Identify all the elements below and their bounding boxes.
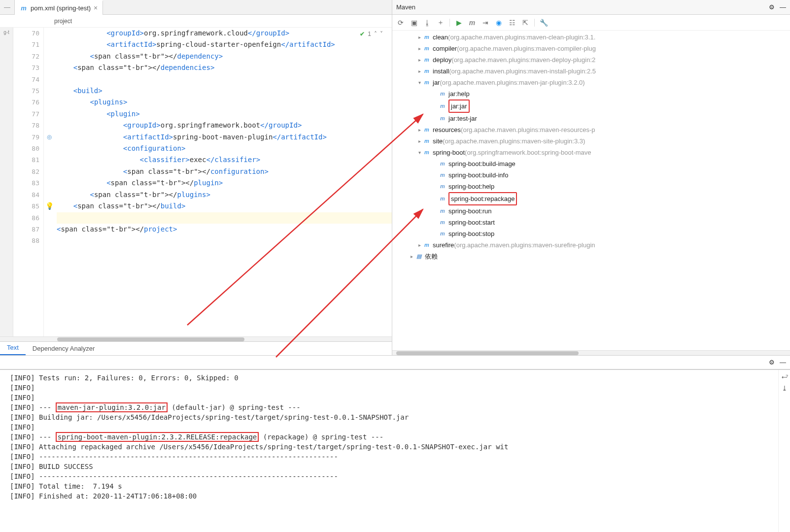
console-side-toolbar: ⮐ ⤓	[778, 370, 790, 532]
maven-tree-node[interactable]: ▸msite (org.apache.maven.plugins:maven-s…	[392, 135, 790, 147]
minimize-icon[interactable]: —	[780, 3, 786, 11]
maven-tree-node[interactable]: mjar:jar	[392, 100, 790, 113]
maven-tree-node[interactable]: ▸▤依赖	[392, 251, 790, 262]
toggle-offline-icon[interactable]: ◉	[494, 18, 503, 27]
maven-tree-node[interactable]: mspring-boot:run	[392, 205, 790, 217]
execute-goal-icon[interactable]: m	[468, 18, 477, 27]
maven-file-icon: m	[20, 4, 28, 12]
download-icon[interactable]: ⭳	[423, 18, 432, 27]
maven-toolbar: ⟳ ▣ ⭳ ＋ ▶ m ⇥ ◉ ☷ ⇱ 🔧	[392, 15, 790, 31]
maven-tree-node[interactable]: mjar:help	[392, 88, 790, 100]
console-output[interactable]: [INFO] Tests run: 2, Failures: 0, Errors…	[9, 370, 778, 532]
editor-tabbar: — m pom.xml (spring-test) ×	[0, 0, 392, 15]
chevron-up-icon[interactable]: ˄	[374, 31, 377, 37]
collapse-all-icon[interactable]: ⇱	[521, 18, 530, 27]
maven-tree-node[interactable]: mspring-boot:help	[392, 181, 790, 192]
line-number-gutter: 70717273747576777879808182838485868788	[13, 28, 44, 336]
maven-title: Maven	[396, 3, 415, 11]
maven-tree-node[interactable]: mspring-boot:build-info	[392, 169, 790, 181]
editor-bottom-tabs: Text Dependency Analyzer	[0, 341, 392, 355]
gear-icon[interactable]: ⚙	[769, 3, 775, 11]
file-tab-label: pom.xml (spring-test)	[31, 4, 91, 12]
maven-tree-node[interactable]: ▸minstall (org.apache.maven.plugins:mave…	[392, 66, 790, 77]
maven-tree-node[interactable]: ▸mresources (org.apache.maven.plugins:ma…	[392, 124, 790, 135]
console-header: ⚙ —	[0, 356, 790, 369]
code-area[interactable]: <groupId>org.springframework.cloud</grou…	[55, 28, 392, 336]
dependency-graph-icon[interactable]: ☷	[508, 18, 516, 27]
maven-panel: Maven ⚙ — ⟳ ▣ ⭳ ＋ ▶ m ⇥ ◉ ☷ ⇱ 🔧 ▸mclean …	[392, 0, 790, 355]
reload-icon[interactable]: ⟳	[396, 18, 405, 27]
maven-tree-node[interactable]: mspring-boot:build-image	[392, 158, 790, 169]
soft-wrap-icon[interactable]: ⮐	[780, 372, 789, 381]
collapse-left-icon[interactable]: —	[0, 0, 15, 15]
scroll-to-end-icon[interactable]: ⤓	[780, 384, 789, 393]
generate-sources-icon[interactable]: ▣	[410, 18, 418, 27]
editor-h-scrollbar[interactable]	[0, 336, 392, 341]
maven-tree-node[interactable]: ▸msurefire (org.apache.maven.plugins:mav…	[392, 239, 790, 251]
breadcrumb[interactable]: project	[0, 15, 392, 28]
editor-panel: — m pom.xml (spring-test) × project ✔ 1 …	[0, 0, 392, 355]
maven-tree-node[interactable]: mspring-boot:stop	[392, 228, 790, 239]
maven-tree-node[interactable]: mjar:test-jar	[392, 113, 790, 124]
maven-tree-node[interactable]: ▸mdeploy (org.apache.maven.plugins:maven…	[392, 54, 790, 66]
toggle-skip-icon[interactable]: ⇥	[481, 18, 490, 27]
add-icon[interactable]: ＋	[436, 18, 445, 27]
wrench-icon[interactable]: 🔧	[539, 18, 548, 27]
check-icon: ✔	[360, 31, 365, 37]
chevron-down-icon[interactable]: ˅	[380, 31, 383, 37]
maven-tree-node[interactable]: mspring-boot:start	[392, 217, 790, 228]
maven-tree-node[interactable]: ▸mcompiler (org.apache.maven.plugins:mav…	[392, 43, 790, 54]
hint-count: 1	[368, 31, 371, 37]
maven-tree[interactable]: ▸mclean (org.apache.maven.plugins:maven-…	[392, 31, 790, 350]
maven-tree-node[interactable]: ▸mclean (org.apache.maven.plugins:maven-…	[392, 32, 790, 43]
maven-tree-node[interactable]: ▾mspring-boot (org.springframework.boot:…	[392, 147, 790, 158]
maven-h-scrollbar[interactable]	[392, 350, 790, 355]
gear-icon[interactable]: ⚙	[769, 359, 775, 366]
left-gutter-stub: g-t	[0, 28, 13, 336]
close-tab-icon[interactable]: ×	[94, 4, 98, 12]
maven-tree-node[interactable]: mspring-boot:repackage	[392, 192, 790, 205]
tab-text[interactable]: Text	[0, 341, 26, 355]
tab-dependency-analyzer[interactable]: Dependency Analyzer	[26, 342, 102, 355]
run-icon[interactable]: ▶	[454, 18, 463, 27]
minimize-icon[interactable]: —	[780, 359, 786, 366]
file-tab-pom[interactable]: m pom.xml (spring-test) ×	[15, 0, 103, 15]
maven-tree-node[interactable]: ▾mjar (org.apache.maven.plugins:maven-ja…	[392, 77, 790, 88]
inspections-widget[interactable]: ✔ 1 ˄ ˅	[360, 31, 383, 37]
marker-column: ◎💡	[44, 28, 55, 336]
